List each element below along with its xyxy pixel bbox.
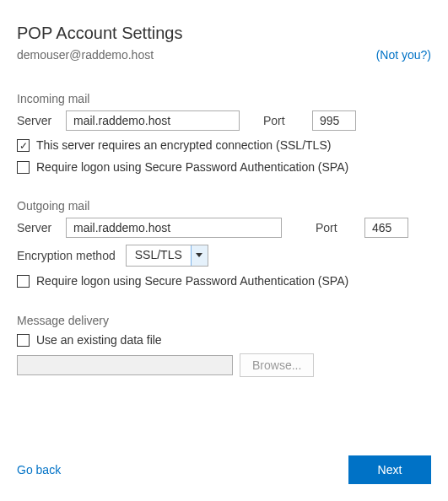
outgoing-server-label: Server <box>17 221 57 234</box>
delivery-section-label: Message delivery <box>17 314 431 327</box>
check-icon: ✓ <box>19 141 28 151</box>
browse-button: Browse... <box>240 353 314 377</box>
outgoing-server-input[interactable] <box>66 218 282 238</box>
dropdown-button[interactable] <box>191 245 208 266</box>
existing-file-label: Use an existing data file <box>36 332 162 349</box>
outgoing-port-label: Port <box>316 221 356 234</box>
incoming-spa-checkbox[interactable]: ✓ <box>17 161 30 174</box>
chevron-down-icon <box>196 253 202 258</box>
incoming-server-label: Server <box>17 114 57 127</box>
encryption-method-value: SSL/TLS <box>127 245 191 266</box>
incoming-ssl-label: This server requires an encrypted connec… <box>36 137 331 154</box>
incoming-spa-label: Require logon using Secure Password Auth… <box>36 159 348 176</box>
encryption-method-label: Encryption method <box>17 249 116 262</box>
outgoing-spa-label: Require logon using Secure Password Auth… <box>36 273 348 290</box>
outgoing-section-label: Outgoing mail <box>17 199 431 213</box>
account-email: demouser@raddemo.host <box>17 48 154 62</box>
incoming-ssl-checkbox[interactable]: ✓ <box>17 139 30 152</box>
incoming-section-label: Incoming mail <box>17 92 431 105</box>
outgoing-spa-checkbox[interactable]: ✓ <box>17 275 30 288</box>
next-button[interactable]: Next <box>348 455 431 484</box>
not-you-link[interactable]: (Not you?) <box>376 48 431 62</box>
incoming-server-input[interactable] <box>66 110 240 131</box>
encryption-method-dropdown[interactable]: SSL/TLS <box>126 245 208 267</box>
outgoing-port-input[interactable] <box>364 218 408 238</box>
existing-file-checkbox[interactable]: ✓ <box>17 334 30 347</box>
incoming-port-label: Port <box>263 114 304 127</box>
page-title: POP Account Settings <box>17 24 431 43</box>
incoming-port-input[interactable] <box>312 110 356 131</box>
go-back-link[interactable]: Go back <box>17 463 61 477</box>
data-file-input <box>17 355 233 375</box>
